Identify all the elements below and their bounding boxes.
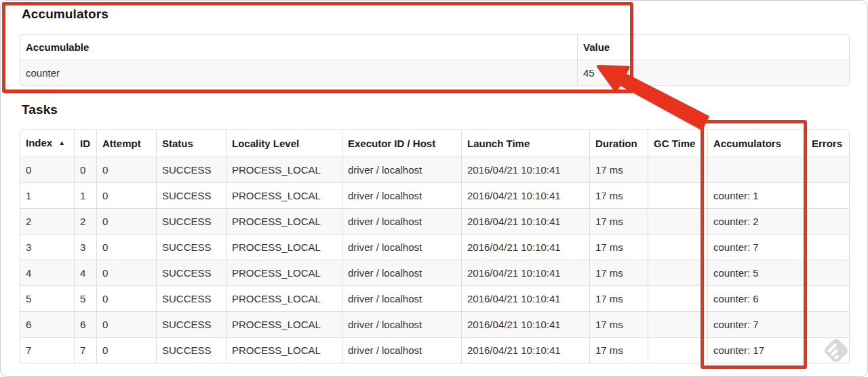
task-launch-time-cell: 2016/04/21 10:10:41 [461,208,589,234]
tasks-column-header-executor-id-host[interactable]: Executor ID / Host [342,130,461,157]
task-errors-cell [806,157,849,182]
task-row: 2 2 0 SUCCESS PROCESS_LOCAL driver / loc… [20,208,849,234]
task-status-cell: SUCCESS [156,234,226,260]
task-launch-time-cell: 2016/04/21 10:10:41 [461,337,589,363]
tasks-column-header-status[interactable]: Status [156,130,226,157]
task-gc-time-cell [648,285,707,311]
task-attempt-cell: 0 [96,337,156,363]
task-duration-cell: 17 ms [589,285,648,311]
tasks-header-row: Index▲ ID Attempt Status Locality Level … [20,130,849,157]
task-executor-id-host-cell: driver / localhost [342,234,461,260]
task-status-cell: SUCCESS [156,182,226,208]
task-accumulators-cell [707,157,806,182]
task-attempt-cell: 0 [96,157,156,182]
tasks-column-header-launch-time[interactable]: Launch Time [461,130,589,157]
task-status-cell: SUCCESS [156,260,226,285]
task-id-cell: 0 [74,157,96,182]
task-row: 4 4 0 SUCCESS PROCESS_LOCAL driver / loc… [20,260,849,285]
accumulators-table: Accumulable Value counter 45 [20,34,850,86]
spark-stage-details-page: Accumulators Accumulable Value counter 4… [0,0,868,377]
task-gc-time-cell [648,260,707,285]
tasks-table-body: 0 0 0 SUCCESS PROCESS_LOCAL driver / loc… [20,157,849,363]
task-errors-cell [806,234,849,260]
task-locality-level-cell: PROCESS_LOCAL [226,260,342,285]
accumulable-name-cell: counter [20,60,577,85]
task-duration-cell: 17 ms [589,157,648,182]
task-index-cell: 5 [20,285,74,311]
sort-ascending-icon: ▲ [58,139,65,146]
task-row: 6 6 0 SUCCESS PROCESS_LOCAL driver / loc… [20,311,849,337]
task-locality-level-cell: PROCESS_LOCAL [226,311,342,337]
task-locality-level-cell: PROCESS_LOCAL [226,157,342,182]
task-attempt-cell: 0 [96,234,156,260]
task-duration-cell: 17 ms [589,260,648,285]
task-attempt-cell: 0 [96,285,156,311]
task-id-cell: 6 [74,311,96,337]
task-errors-cell [806,285,849,311]
task-launch-time-cell: 2016/04/21 10:10:41 [461,285,589,311]
task-id-cell: 2 [74,208,96,234]
task-id-cell: 5 [74,285,96,311]
tasks-table: Index▲ ID Attempt Status Locality Level … [20,130,850,363]
task-errors-cell [806,311,849,337]
task-gc-time-cell [648,311,707,337]
task-executor-id-host-cell: driver / localhost [342,260,461,285]
tasks-column-header-duration[interactable]: Duration [589,130,648,157]
task-status-cell: SUCCESS [156,285,226,311]
task-attempt-cell: 0 [96,182,156,208]
task-gc-time-cell [648,337,707,363]
task-index-cell: 1 [20,182,74,208]
tasks-column-header-accumulators[interactable]: Accumulators [707,130,806,157]
task-duration-cell: 17 ms [589,234,648,260]
task-id-cell: 4 [74,260,96,285]
task-accumulators-cell: counter: 2 [707,208,806,234]
task-launch-time-cell: 2016/04/21 10:10:41 [461,311,589,337]
task-locality-level-cell: PROCESS_LOCAL [226,337,342,363]
tasks-column-header-locality-level[interactable]: Locality Level [226,130,342,157]
task-accumulators-cell: counter: 6 [707,285,806,311]
task-index-cell: 0 [20,157,74,182]
task-locality-level-cell: PROCESS_LOCAL [226,208,342,234]
task-launch-time-cell: 2016/04/21 10:10:41 [461,157,589,182]
task-row: 7 7 0 SUCCESS PROCESS_LOCAL driver / loc… [20,337,849,363]
task-duration-cell: 17 ms [589,182,648,208]
task-row: 5 5 0 SUCCESS PROCESS_LOCAL driver / loc… [20,285,849,311]
task-executor-id-host-cell: driver / localhost [342,337,461,363]
task-attempt-cell: 0 [96,260,156,285]
task-accumulators-cell: counter: 17 [707,337,806,363]
task-locality-level-cell: PROCESS_LOCAL [226,285,342,311]
task-executor-id-host-cell: driver / localhost [342,208,461,234]
tasks-column-header-id[interactable]: ID [74,130,96,157]
task-attempt-cell: 0 [96,311,156,337]
task-id-cell: 1 [74,182,96,208]
task-accumulators-cell: counter: 5 [707,260,806,285]
task-executor-id-host-cell: driver / localhost [342,157,461,182]
task-errors-cell [806,182,849,208]
task-accumulators-cell: counter: 1 [707,182,806,208]
accumulator-row: counter 45 [20,60,849,85]
task-attempt-cell: 0 [96,208,156,234]
tasks-column-header-attempt[interactable]: Attempt [96,130,156,157]
task-index-cell: 7 [20,337,74,363]
task-duration-cell: 17 ms [589,208,648,234]
task-status-cell: SUCCESS [156,311,226,337]
task-launch-time-cell: 2016/04/21 10:10:41 [461,182,589,208]
tasks-column-header-errors[interactable]: Errors [806,130,849,157]
task-executor-id-host-cell: driver / localhost [342,311,461,337]
task-index-cell: 6 [20,311,74,337]
task-row: 0 0 0 SUCCESS PROCESS_LOCAL driver / loc… [20,157,849,182]
task-errors-cell [806,208,849,234]
tasks-column-header-index[interactable]: Index▲ [20,130,74,157]
task-locality-level-cell: PROCESS_LOCAL [226,234,342,260]
task-status-cell: SUCCESS [156,208,226,234]
index-header-label: Index [26,137,52,148]
task-status-cell: SUCCESS [156,157,226,182]
task-index-cell: 3 [20,234,74,260]
task-id-cell: 7 [74,337,96,363]
tasks-heading: Tasks [22,102,58,117]
tasks-column-header-gc-time[interactable]: GC Time [648,130,707,157]
task-index-cell: 2 [20,208,74,234]
accumulable-value-cell: 45 [577,60,849,85]
task-index-cell: 4 [20,260,74,285]
task-errors-cell [806,337,849,363]
